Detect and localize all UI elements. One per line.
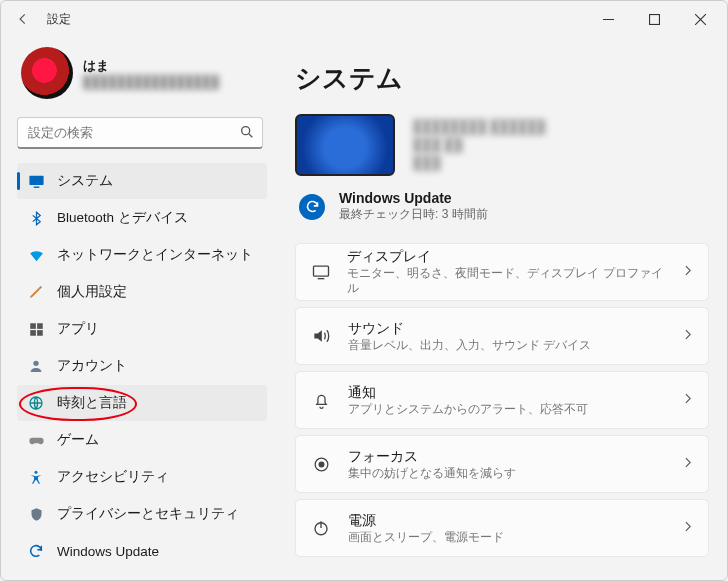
chevron-right-icon: [681, 456, 694, 472]
apps-icon: [27, 320, 45, 338]
focus-icon: [310, 455, 332, 474]
sidebar-item-label: アカウント: [57, 357, 127, 375]
sidebar-item-time-language[interactable]: 時刻と言語: [17, 385, 267, 421]
device-block[interactable]: ████████ ██████ ███ ██ ███: [295, 114, 709, 176]
chevron-right-icon: [681, 520, 694, 536]
svg-rect-3: [33, 186, 39, 187]
titlebar: 設定: [1, 1, 727, 37]
back-button[interactable]: [13, 9, 33, 29]
sidebar-item-apps[interactable]: アプリ: [17, 311, 267, 347]
brush-icon: [27, 283, 45, 301]
device-info: ████████ ██████ ███ ██ ███: [413, 118, 546, 173]
shield-icon: [27, 505, 45, 523]
globe-icon: [27, 394, 45, 412]
sidebar-item-network[interactable]: ネットワークとインターネット: [17, 237, 267, 273]
sidebar-item-personalization[interactable]: 個人用設定: [17, 274, 267, 310]
display-icon: [310, 262, 331, 282]
svg-rect-7: [37, 330, 43, 336]
card-display[interactable]: ディスプレイモニター、明るさ、夜間モード、ディスプレイ プロファイル: [295, 243, 709, 301]
sidebar-item-accounts[interactable]: アカウント: [17, 348, 267, 384]
device-thumbnail: [295, 114, 395, 176]
sidebar-item-label: ゲーム: [57, 431, 99, 449]
sound-icon: [310, 326, 332, 346]
page-title: システム: [295, 61, 709, 96]
wifi-icon: [27, 246, 45, 264]
update-icon: [299, 194, 325, 220]
chevron-right-icon: [681, 328, 694, 344]
chevron-right-icon: [681, 264, 694, 280]
sidebar-item-label: ネットワークとインターネット: [57, 246, 253, 264]
gamepad-icon: [27, 431, 45, 449]
card-title: 電源: [348, 512, 504, 530]
sidebar-item-system[interactable]: システム: [17, 163, 267, 199]
person-icon: [27, 357, 45, 375]
card-focus[interactable]: フォーカス集中の妨げとなる通知を減らす: [295, 435, 709, 493]
profile-block[interactable]: はま ████████████████: [21, 47, 267, 99]
bluetooth-icon: [27, 209, 45, 227]
maximize-button[interactable]: [631, 3, 677, 35]
windows-update-row[interactable]: Windows Update 最終チェック日時: 3 時間前: [299, 190, 709, 223]
user-email: ████████████████: [83, 75, 219, 89]
sidebar-item-label: システム: [57, 172, 113, 190]
card-subtitle: モニター、明るさ、夜間モード、ディスプレイ プロファイル: [347, 266, 665, 296]
svg-point-10: [34, 471, 37, 474]
chevron-right-icon: [681, 392, 694, 408]
minimize-button[interactable]: [585, 3, 631, 35]
search-input[interactable]: [17, 117, 263, 149]
sidebar-item-accessibility[interactable]: アクセシビリティ: [17, 459, 267, 495]
sidebar-item-label: 個人用設定: [57, 283, 127, 301]
card-subtitle: 集中の妨げとなる通知を減らす: [348, 466, 516, 481]
bell-icon: [310, 391, 332, 410]
svg-rect-0: [649, 14, 659, 24]
search-box[interactable]: [17, 117, 263, 149]
wu-subtitle: 最終チェック日時: 3 時間前: [339, 206, 488, 223]
card-title: サウンド: [348, 320, 591, 338]
window-title: 設定: [47, 11, 71, 28]
sidebar-item-gaming[interactable]: ゲーム: [17, 422, 267, 458]
user-name: はま: [83, 57, 219, 75]
update-icon: [27, 542, 45, 560]
svg-rect-6: [30, 330, 36, 336]
svg-rect-11: [313, 266, 328, 276]
avatar: [21, 47, 73, 99]
accessibility-icon: [27, 468, 45, 486]
sidebar-item-privacy[interactable]: プライバシーとセキュリティ: [17, 496, 267, 532]
card-title: フォーカス: [348, 448, 516, 466]
sidebar: はま ████████████████ システム Bluetooth とデバイス: [1, 37, 273, 580]
svg-point-1: [242, 127, 250, 135]
wu-title: Windows Update: [339, 190, 488, 206]
main-content: システム ████████ ██████ ███ ██ ███ Windows …: [273, 37, 727, 580]
settings-cards: ディスプレイモニター、明るさ、夜間モード、ディスプレイ プロファイル サウンド音…: [295, 243, 709, 557]
card-subtitle: 音量レベル、出力、入力、サウンド デバイス: [348, 338, 591, 353]
svg-point-13: [319, 462, 324, 467]
svg-rect-2: [29, 175, 43, 184]
system-icon: [27, 172, 45, 190]
card-power[interactable]: 電源画面とスリープ、電源モード: [295, 499, 709, 557]
card-subtitle: 画面とスリープ、電源モード: [348, 530, 504, 545]
sidebar-item-bluetooth[interactable]: Bluetooth とデバイス: [17, 200, 267, 236]
card-subtitle: アプリとシステムからのアラート、応答不可: [348, 402, 588, 417]
sidebar-item-label: アクセシビリティ: [57, 468, 169, 486]
close-button[interactable]: [677, 3, 723, 35]
sidebar-item-label: アプリ: [57, 320, 99, 338]
power-icon: [310, 519, 332, 537]
card-notifications[interactable]: 通知アプリとシステムからのアラート、応答不可: [295, 371, 709, 429]
search-icon: [239, 124, 255, 143]
card-title: 通知: [348, 384, 588, 402]
sidebar-nav: システム Bluetooth とデバイス ネットワークとインターネット 個人用設…: [17, 163, 267, 569]
sidebar-item-label: Windows Update: [57, 544, 159, 559]
card-sound[interactable]: サウンド音量レベル、出力、入力、サウンド デバイス: [295, 307, 709, 365]
card-title: ディスプレイ: [347, 248, 665, 266]
settings-window: 設定 はま ████████████████: [0, 0, 728, 581]
svg-rect-4: [30, 323, 36, 329]
sidebar-item-label: Bluetooth とデバイス: [57, 209, 188, 227]
sidebar-item-windows-update[interactable]: Windows Update: [17, 533, 267, 569]
svg-rect-5: [37, 323, 43, 329]
svg-point-8: [33, 361, 38, 366]
sidebar-item-label: プライバシーとセキュリティ: [57, 505, 239, 523]
sidebar-item-label: 時刻と言語: [57, 394, 127, 412]
